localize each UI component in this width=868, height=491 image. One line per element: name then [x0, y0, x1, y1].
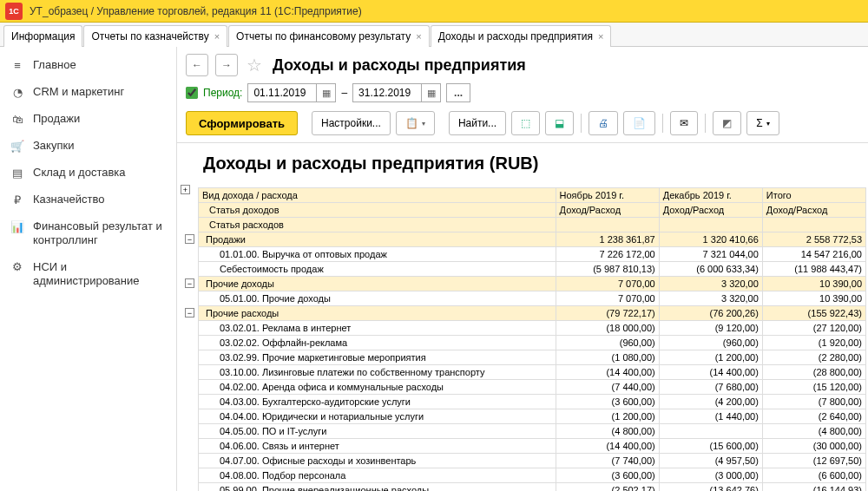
row-val-2: (2 280,00) — [762, 350, 865, 365]
row-val-2: 2 558 772,53 — [762, 232, 865, 247]
period-label: Период: — [203, 87, 242, 99]
row-val-1: (76 200,26) — [659, 306, 762, 321]
copy-icon: 📋 — [405, 117, 418, 129]
row-val-0: 7 226 172,00 — [556, 247, 659, 262]
row-val-1: 7 321 044,00 — [659, 247, 762, 262]
period-row: Период: ▦ – ▦ ... — [177, 76, 868, 102]
calendar-to-icon[interactable]: ▦ — [421, 84, 440, 101]
row-val-0: (1 080,00) — [556, 350, 659, 365]
tab-strip: ИнформацияОтчеты по казначейству×Отчеты … — [0, 23, 868, 47]
tab-0[interactable]: Информация — [3, 25, 82, 47]
row-val-1: (3 000,00) — [659, 468, 762, 483]
forward-button[interactable]: → — [215, 54, 238, 76]
save-report-button[interactable]: 📄 — [623, 111, 655, 135]
table-row: 03.10.00. Лизинговые платежи по собствен… — [199, 365, 866, 380]
variants-button[interactable]: ◩ — [713, 111, 741, 135]
sidebar-item-6[interactable]: 📊Финансовый результат и контроллинг — [0, 213, 176, 254]
table-row: 03.02.02. Оффлайн-реклама(960,00)(960,00… — [199, 336, 866, 350]
table-row: 05.99.00. Прочие внереализационные расхо… — [199, 483, 866, 492]
row-val-2: (27 120,00) — [762, 321, 865, 336]
row-val-1: (15 600,00) — [659, 439, 762, 454]
period-more-button[interactable]: ... — [446, 83, 470, 102]
header-col-0: Ноябрь 2019 г. — [556, 188, 659, 203]
table-row: 03.02.01. Реклама в интернет(18 000,00)(… — [199, 321, 866, 336]
date-to-input[interactable]: ▦ — [352, 83, 441, 102]
basket-icon: 🛒 — [10, 140, 24, 154]
row-val-1: (6 000 633,34) — [659, 262, 762, 277]
tab-label: Доходы и расходы предприятия — [438, 30, 593, 43]
date-from-input[interactable]: ▦ — [247, 83, 336, 102]
sidebar-item-7[interactable]: ⚙НСИ и администрирование — [0, 254, 176, 295]
sidebar-item-label: Казначейство — [33, 193, 166, 206]
sidebar-item-label: Главное — [33, 58, 166, 72]
tree-expand-all[interactable]: + — [181, 183, 190, 196]
favorite-star-icon[interactable]: ☆ — [245, 56, 264, 75]
tab-3[interactable]: Доходы и расходы предприятия× — [431, 25, 612, 47]
header-sub1: Статья доходов — [199, 203, 556, 218]
row-name: 05.01.00. Прочие доходы — [220, 293, 331, 304]
tree-toggle-icon[interactable]: − — [185, 234, 194, 244]
header-col-2: Итого — [762, 188, 865, 203]
table-row: 04.06.00. Связь и интернет(14 400,00)(15… — [199, 439, 866, 454]
sidebar-item-5[interactable]: ₽Казначейство — [0, 187, 176, 213]
generate-button[interactable]: Сформировать — [186, 111, 298, 135]
sidebar-item-0[interactable]: ≡Главное — [0, 52, 176, 79]
close-icon[interactable]: × — [214, 31, 220, 42]
row-name: 03.10.00. Лизинговые платежи по собствен… — [220, 367, 484, 377]
tab-1[interactable]: Отчеты по казначейству× — [83, 25, 227, 47]
row-name: 05.99.00. Прочие внереализационные расхо… — [220, 485, 429, 491]
find-button[interactable]: Найти... — [449, 111, 506, 135]
date-from-field[interactable] — [248, 87, 316, 99]
row-val-0: (960,00) — [556, 336, 659, 350]
expand-button[interactable]: ⬚ — [511, 111, 540, 135]
sidebar-item-label: CRM и маркетинг — [33, 85, 166, 99]
row-val-2: (15 120,00) — [762, 380, 865, 395]
sidebar-item-1[interactable]: ◔CRM и маркетинг — [0, 79, 176, 106]
settings-button[interactable]: Настройки... — [312, 111, 391, 135]
table-row: −Продажи1 238 361,871 320 410,662 558 77… — [199, 232, 866, 247]
row-val-0: (7 740,00) — [556, 454, 659, 468]
tab-label: Отчеты по казначейству — [91, 30, 208, 43]
grid-header-sub1: Статья доходов Доход/Расход Доход/Расход… — [199, 203, 866, 218]
table-row: 04.08.00. Подбор персонала(3 600,00)(3 0… — [199, 468, 866, 483]
sum-button[interactable]: Σ▾ — [746, 111, 779, 135]
sidebar-item-3[interactable]: 🛒Закупки — [0, 133, 176, 160]
copy-button[interactable]: 📋▾ — [396, 111, 435, 135]
close-icon[interactable]: × — [598, 31, 603, 42]
header-metric-1: Доход/Расход — [659, 203, 762, 218]
row-val-2: 10 390,00 — [762, 277, 865, 291]
header-col-1: Декабрь 2019 г. — [659, 188, 762, 203]
row-val-2: (12 697,50) — [762, 454, 865, 468]
tree-toggle-icon[interactable]: − — [185, 308, 194, 318]
header-sub2: Статья расходов — [199, 218, 556, 232]
row-name: 04.08.00. Подбор персонала — [220, 470, 345, 481]
close-icon[interactable]: × — [416, 31, 421, 42]
header-kind: Вид дохода / расхода — [199, 188, 556, 203]
row-val-1: 3 320,00 — [659, 277, 762, 291]
collapse-icon: ⬓ — [555, 117, 564, 129]
row-val-1: (7 680,00) — [659, 380, 762, 395]
row-name: 03.02.99. Прочие маркетинговые мероприят… — [220, 352, 426, 363]
header-controls: ← → ☆ Доходы и расходы предприятия — [177, 47, 868, 76]
row-name: 04.07.00. Офисные расходы и хозинвентарь — [220, 455, 416, 466]
row-val-0: (5 987 810,13) — [556, 262, 659, 277]
date-to-field[interactable] — [353, 87, 421, 99]
table-row: 04.02.00. Аренда офиса и коммунальные ра… — [199, 380, 866, 395]
save-report-icon: 📄 — [633, 117, 646, 129]
sidebar-item-label: Закупки — [33, 139, 166, 153]
calendar-from-icon[interactable]: ▦ — [316, 84, 335, 101]
period-checkbox[interactable] — [186, 87, 198, 99]
bars-icon: 📊 — [10, 220, 24, 234]
collapse-button[interactable]: ⬓ — [545, 111, 574, 135]
row-val-2: (1 920,00) — [762, 336, 865, 350]
row-val-1: (4 957,50) — [659, 454, 762, 468]
tab-2[interactable]: Отчеты по финансовому результату× — [228, 25, 430, 47]
print-button[interactable]: 🖨 — [589, 111, 618, 135]
sidebar-item-4[interactable]: ▤Склад и доставка — [0, 160, 176, 187]
sidebar-item-2[interactable]: 🛍Продажи — [0, 106, 176, 133]
mail-button[interactable]: ✉ — [670, 111, 698, 135]
tree-toggle-icon[interactable]: − — [185, 278, 194, 288]
row-val-0: 7 070,00 — [556, 277, 659, 291]
back-button[interactable]: ← — [186, 54, 208, 76]
grid-header-sub2: Статья расходов — [199, 218, 866, 232]
